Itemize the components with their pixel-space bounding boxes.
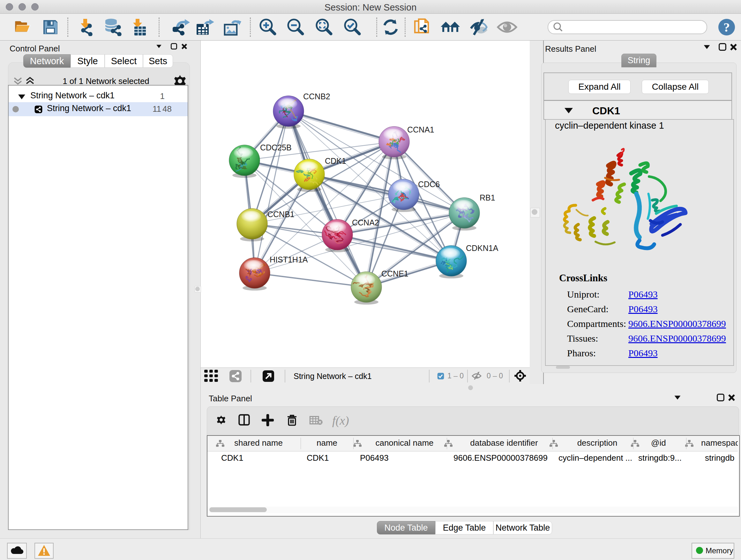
svg-text:CDC25B: CDC25B	[260, 143, 292, 152]
svg-text:CCNE1: CCNE1	[381, 269, 408, 278]
svg-text:CCNA2: CCNA2	[352, 218, 379, 227]
svg-text:CDC6: CDC6	[418, 180, 440, 189]
svg-text:?: ?	[724, 20, 730, 35]
svg-text:CDKN1A: CDKN1A	[466, 244, 498, 253]
svg-text:HIST1H1A: HIST1H1A	[270, 255, 308, 264]
svg-text:CDK1: CDK1	[325, 157, 346, 165]
svg-text:CCNA1: CCNA1	[407, 125, 434, 134]
svg-text:CCNB2: CCNB2	[303, 92, 330, 101]
svg-text:RB1: RB1	[480, 193, 495, 202]
svg-text:CCNB1: CCNB1	[267, 210, 294, 219]
